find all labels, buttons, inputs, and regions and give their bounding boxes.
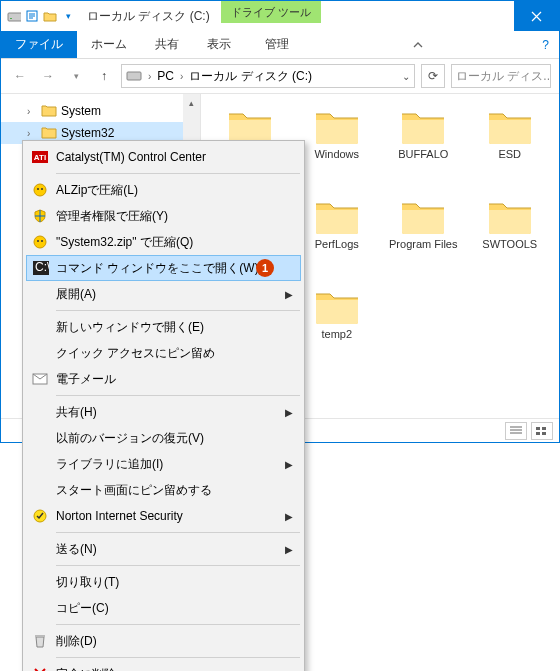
ribbon-expand-icon[interactable] (402, 31, 434, 58)
svg-point-13 (37, 240, 39, 242)
folder-item[interactable]: ESD (469, 106, 552, 192)
menu-item-label: コマンド ウィンドウをここで開く(W) (56, 260, 259, 277)
folder-icon (313, 196, 361, 236)
svg-rect-5 (536, 427, 540, 430)
folder-label: ESD (498, 148, 521, 161)
nav-back-button[interactable]: ← (9, 65, 31, 87)
tab-file[interactable]: ファイル (1, 31, 77, 58)
tree-item-label: System32 (61, 126, 114, 140)
qat-newfolder-icon[interactable] (43, 9, 57, 23)
address-bar[interactable]: › PC › ローカル ディスク (C:) ⌄ (121, 64, 415, 88)
chevron-right-icon[interactable]: › (148, 71, 151, 82)
ribbon-help-icon[interactable]: ? (532, 31, 559, 58)
breadcrumb-pc[interactable]: PC (157, 69, 174, 83)
folder-item[interactable]: Windows (296, 106, 379, 192)
svg-point-14 (41, 240, 43, 242)
cmd-icon: C:\ (33, 260, 49, 276)
tab-view[interactable]: 表示 (193, 31, 245, 58)
svg-rect-0 (8, 13, 21, 21)
svg-rect-4 (127, 72, 141, 80)
folder-item[interactable]: temp2 (296, 286, 379, 372)
menu-item[interactable]: C:\コマンド ウィンドウをここで開く(W)1 (26, 255, 301, 281)
context-menu: ATICatalyst(TM) Control CenterALZipで圧縮(L… (22, 140, 305, 443)
navbar: ← → ▾ ↑ › PC › ローカル ディスク (C:) ⌄ ⟳ ローカル デ… (1, 59, 559, 94)
drive-icon (7, 9, 21, 23)
ribbon-tabs: ファイル ホーム 共有 表示 管理 ? (1, 31, 559, 59)
menu-item-label: 展開(A) (56, 286, 96, 303)
tab-share[interactable]: 共有 (141, 31, 193, 58)
menu-item[interactable]: 新しいウィンドウで開く(E) (26, 314, 301, 340)
chevron-right-icon[interactable]: › (180, 71, 183, 82)
folder-item[interactable]: BUFFALO (382, 106, 465, 192)
qat-dropdown-icon[interactable]: ▾ (61, 9, 75, 23)
details-view-button[interactable] (505, 422, 527, 440)
menu-separator (56, 310, 300, 311)
ati-icon: ATI (32, 149, 48, 165)
svg-point-9 (34, 184, 46, 196)
folder-icon (399, 106, 447, 146)
folder-icon (313, 106, 361, 146)
tree-item-system[interactable]: › System (1, 100, 200, 122)
folder-item[interactable]: PerfLogs (296, 196, 379, 282)
menu-item-label: 共有(H) (56, 404, 97, 421)
expand-icon[interactable]: › (27, 128, 30, 139)
svg-point-10 (37, 188, 39, 190)
menu-item-label: 管理者権限で圧縮(Y) (56, 208, 168, 225)
minimize-button[interactable] (424, 1, 469, 31)
tab-home[interactable]: ホーム (77, 31, 141, 58)
close-button[interactable] (514, 1, 559, 31)
menu-item-label: "System32.zip" で圧縮(Q) (56, 234, 193, 251)
folder-icon (486, 106, 534, 146)
menu-item-label: 以前のバージョンの復元(V) (56, 430, 204, 444)
nav-up-button[interactable]: ↑ (93, 65, 115, 87)
tab-manage[interactable]: 管理 (251, 31, 303, 58)
menu-item[interactable]: 管理者権限で圧縮(Y) (26, 203, 301, 229)
tree-item-label: System (61, 104, 101, 118)
nav-forward-button[interactable]: → (37, 65, 59, 87)
folder-item[interactable]: SWTOOLS (469, 196, 552, 282)
alzip-icon (32, 234, 48, 250)
alzip-icon (32, 182, 48, 198)
expand-icon[interactable]: › (27, 106, 30, 117)
folder-label: Windows (314, 148, 359, 161)
submenu-arrow-icon: ▶ (285, 289, 293, 300)
menu-item[interactable]: 以前のバージョンの復元(V) (26, 425, 301, 443)
breadcrumb-drive[interactable]: ローカル ディスク (C:) (189, 68, 312, 85)
menu-item-label: ALZipで圧縮(L) (56, 182, 138, 199)
folder-label: PerfLogs (315, 238, 359, 251)
menu-item[interactable]: 展開(A)▶ (26, 281, 301, 307)
scroll-up-icon[interactable]: ▴ (183, 94, 200, 111)
folder-label: SWTOOLS (482, 238, 537, 251)
menu-item[interactable]: ALZipで圧縮(L) (26, 177, 301, 203)
folder-icon (41, 103, 57, 120)
svg-point-11 (41, 188, 43, 190)
qat-properties-icon[interactable] (25, 9, 39, 23)
menu-item[interactable]: 電子メール (26, 366, 301, 392)
svg-point-12 (34, 236, 46, 248)
menu-separator (56, 173, 300, 174)
svg-rect-1 (10, 18, 12, 19)
mail-icon (32, 371, 48, 387)
menu-item[interactable]: "System32.zip" で圧縮(Q) (26, 229, 301, 255)
nav-recent-dropdown[interactable]: ▾ (65, 65, 87, 87)
menu-item-label: 電子メール (56, 371, 116, 388)
refresh-button[interactable]: ⟳ (421, 64, 445, 88)
menu-item[interactable]: ATICatalyst(TM) Control Center (26, 144, 301, 170)
folder-icon (486, 196, 534, 236)
drive-tools-tab[interactable]: ドライブ ツール (221, 1, 321, 23)
menu-item[interactable]: クイック アクセスにピン留め (26, 340, 301, 366)
icons-view-button[interactable] (531, 422, 553, 440)
menu-item-label: クイック アクセスにピン留め (56, 345, 215, 362)
svg-rect-3 (488, 12, 496, 20)
folder-label: BUFFALO (398, 148, 448, 161)
search-input[interactable]: ローカル ディス... (451, 64, 551, 88)
svg-rect-6 (542, 427, 546, 430)
drive-icon (126, 67, 142, 86)
menu-item[interactable]: 共有(H)▶ (26, 399, 301, 425)
folder-item[interactable]: Program Files (382, 196, 465, 282)
address-dropdown-icon[interactable]: ⌄ (402, 71, 410, 82)
shield-icon (32, 208, 48, 224)
folder-icon (41, 125, 57, 142)
maximize-button[interactable] (469, 1, 514, 31)
menu-item-label: 新しいウィンドウで開く(E) (56, 319, 204, 336)
